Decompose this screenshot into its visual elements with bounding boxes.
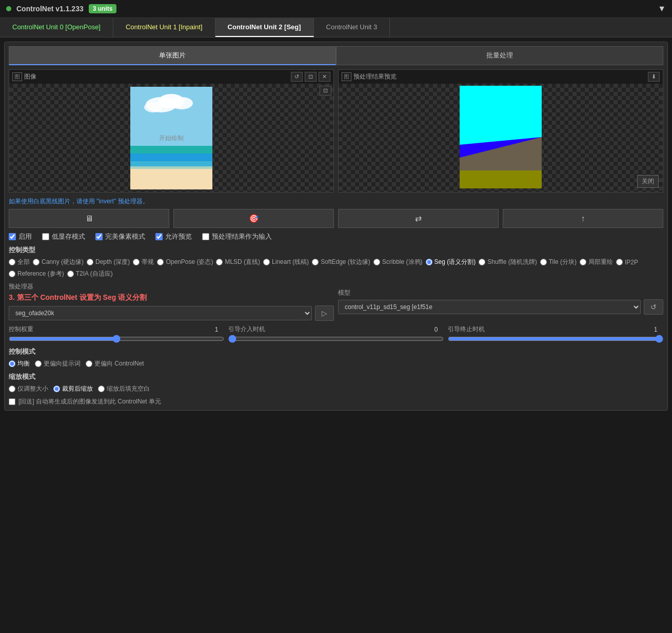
tab-unit3[interactable]: ControlNet Unit 3 — [314, 18, 390, 37]
tab-unit0[interactable]: ControlNet Unit 0 [OpenPose] — [0, 18, 113, 37]
control-mode-label: 控制模式 — [9, 347, 663, 356]
feedback-checkbox[interactable] — [9, 398, 15, 405]
image-label-left: 图像 — [24, 72, 36, 81]
toolbar-btn-camera[interactable]: 🎯 — [173, 209, 334, 228]
toolbar-btn-upload[interactable]: ↑ — [503, 209, 663, 228]
checkbox-allow-preview[interactable]: 允许预览 — [155, 232, 192, 241]
mode-tabs: 单张图片 批量处理 — [9, 46, 663, 65]
control-types-group: 全部 Canny (硬边缘) Depth (深度) 帯规 OpenPose (姿… — [9, 258, 663, 278]
control-mode-section: 控制模式 均衡 更偏向提示词 更偏向 ControlNet — [9, 347, 663, 368]
weight-label: 控制权重 — [9, 325, 50, 334]
radio-controlnet[interactable]: 更偏向 ControlNet — [86, 359, 144, 368]
radio-lineart[interactable]: Lineart (线稿) — [263, 258, 309, 266]
checkbox-low-vram[interactable]: 低显存模式 — [42, 232, 85, 241]
app-header: ControlNet v1.1.233 3 units ▼ — [0, 0, 672, 18]
weight-slider[interactable] — [9, 335, 224, 343]
feedback-label: [回送] 自动将生成后的图像发送到此 ControlNet 单元 — [18, 397, 161, 406]
feedback-row: [回送] 自动将生成后的图像发送到此 ControlNet 单元 — [9, 397, 663, 406]
guidance-end-label: 引导终止时机 — [448, 325, 489, 334]
control-types-label: 控制类型 — [9, 245, 663, 255]
image-panel-controls-left: ↺ ⊡ ✕ — [291, 72, 330, 82]
image-panel-header-left: 图 图像 ↺ ⊡ ✕ — [9, 70, 333, 84]
guidance-start-slider[interactable] — [228, 335, 444, 343]
image-panel-controls-right: ⬇ — [648, 72, 660, 82]
svg-rect-9 — [460, 86, 542, 145]
radio-local[interactable]: 局部重绘 — [580, 258, 613, 266]
image-canvas-left[interactable]: 开始绘制 ⊡ — [9, 84, 333, 192]
dropdown-arrow-icon[interactable]: ▼ — [658, 4, 666, 13]
radio-shuffle[interactable]: Shuffle (随机洗牌) — [479, 258, 537, 266]
guidance-start-value: 0 — [428, 326, 444, 333]
radio-mlsd[interactable]: MLSD (直线) — [216, 258, 260, 266]
guidance-start-label: 引导介入时机 — [228, 325, 269, 334]
run-preprocessor-btn[interactable]: ▷ — [315, 305, 334, 321]
allow-preview-checkbox[interactable] — [155, 233, 163, 240]
radio-depth[interactable]: Depth (深度) — [87, 258, 130, 266]
radio-scribble[interactable]: Scribble (涂鸦) — [373, 258, 423, 266]
beach-image-container: 开始绘制 — [9, 84, 333, 192]
image-panel-right: 图 预处理结果预览 ⬇ — [338, 69, 663, 193]
radio-ip2p[interactable]: IP2P — [616, 258, 638, 266]
mode-tab-batch[interactable]: 批量处理 — [336, 46, 663, 65]
radio-canny[interactable]: Canny (硬边缘) — [33, 258, 84, 266]
download-preview-btn[interactable]: ⬇ — [648, 72, 660, 82]
guidance-start-group: 引导介入时机 0 — [228, 325, 444, 343]
svg-point-3 — [170, 97, 193, 109]
model-select-row: control_v11p_sd15_seg [e1f51e ↺ — [338, 299, 663, 315]
fullscreen-btn[interactable]: ⊡ — [305, 72, 317, 82]
radio-seg[interactable]: Seg (语义分割) — [426, 258, 476, 266]
svg-point-4 — [144, 102, 163, 112]
radio-prompt[interactable]: 更偏向提示词 — [35, 359, 81, 368]
checkbox-enable[interactable]: 启用 — [9, 232, 32, 241]
tab-unit2[interactable]: ControlNet Unit 2 [Seg] — [215, 18, 314, 37]
tab-unit1[interactable]: ControlNet Unit 1 [Inpaint] — [113, 18, 215, 37]
app-title: ControlNet v1.1.233 — [16, 5, 84, 13]
low-vram-checkbox[interactable] — [42, 233, 49, 240]
seg-preview-image — [460, 86, 542, 188]
preprocessor-select[interactable]: seg_ofade20k — [9, 306, 312, 320]
units-badge: 3 units — [89, 4, 117, 13]
sliders-section: 控制权重 1 引导介入时机 0 引导终止时机 1 — [9, 325, 663, 343]
toolbar-btn-monitor[interactable]: 🖥 — [9, 209, 169, 228]
image-panel-left: 图 图像 ↺ ⊡ ✕ — [9, 69, 334, 193]
preprocessor-input-checkbox[interactable] — [202, 233, 209, 240]
enable-checkbox[interactable] — [9, 233, 16, 240]
seg-preview-container — [460, 86, 542, 190]
svg-rect-7 — [130, 166, 212, 189]
expand-btn-left[interactable]: ⊡ — [320, 86, 331, 95]
radio-softedge[interactable]: SoftEdge (软边缘) — [312, 258, 370, 266]
model-section: 模型 control_v11p_sd15_seg [e1f51e ↺ — [338, 289, 663, 315]
radio-tile[interactable]: Tile (分块) — [540, 258, 577, 266]
radio-openpose[interactable]: OpenPose (姿态) — [157, 258, 213, 266]
radio-reference[interactable]: Reference (参考) — [9, 270, 64, 278]
radio-balanced[interactable]: 均衡 — [9, 359, 30, 368]
model-label: 模型 — [338, 289, 663, 297]
guidance-end-value: 1 — [648, 326, 663, 333]
images-row: 图 图像 ↺ ⊡ ✕ — [9, 69, 663, 193]
guidance-end-slider[interactable] — [448, 335, 663, 343]
image-icon-right: 图 — [342, 72, 351, 81]
main-panel: 单张图片 批量处理 图 图像 ↺ ⊡ ✕ — [4, 42, 668, 411]
perfect-pixel-checkbox[interactable] — [95, 233, 103, 240]
image-icon-left: 图 — [12, 72, 22, 81]
toolbar-btn-swap[interactable]: ⇄ — [338, 209, 499, 228]
preprocessor-highlight: 3. 第三个 ControlNet 设置为 Seg 语义分割 — [9, 293, 334, 302]
radio-all[interactable]: 全部 — [9, 258, 30, 266]
refresh-model-btn[interactable]: ↺ — [644, 299, 663, 315]
reset-btn[interactable]: ↺ — [291, 72, 303, 82]
weight-value: 1 — [209, 326, 224, 333]
close-image-btn[interactable]: ✕ — [319, 72, 330, 82]
checkbox-preprocessor-input[interactable]: 预处理结果作为输入 — [202, 232, 272, 241]
checkboxes-row: 启用 低显存模式 完美像素模式 允许预览 预处理结果作为输入 — [9, 232, 663, 241]
radio-t2ia[interactable]: T2IA (自适应) — [67, 270, 113, 278]
checkbox-perfect-pixel[interactable]: 完美像素模式 — [95, 232, 145, 241]
model-select[interactable]: control_v11p_sd15_seg [e1f51e — [338, 300, 641, 314]
resize-mode-label: 缩放模式 — [9, 372, 663, 381]
radio-normal[interactable]: 帯规 — [133, 258, 154, 266]
radio-crop-resize[interactable]: 裁剪后缩放 — [53, 385, 93, 393]
close-preview-btn[interactable]: 关闭 — [637, 175, 659, 188]
radio-resize-fill[interactable]: 缩放后填充空白 — [98, 385, 150, 393]
toolbar-row: 🖥 🎯 ⇄ ↑ — [9, 209, 663, 228]
mode-tab-single[interactable]: 单张图片 — [9, 46, 336, 65]
radio-resize-only[interactable]: 仅调整大小 — [9, 385, 48, 393]
